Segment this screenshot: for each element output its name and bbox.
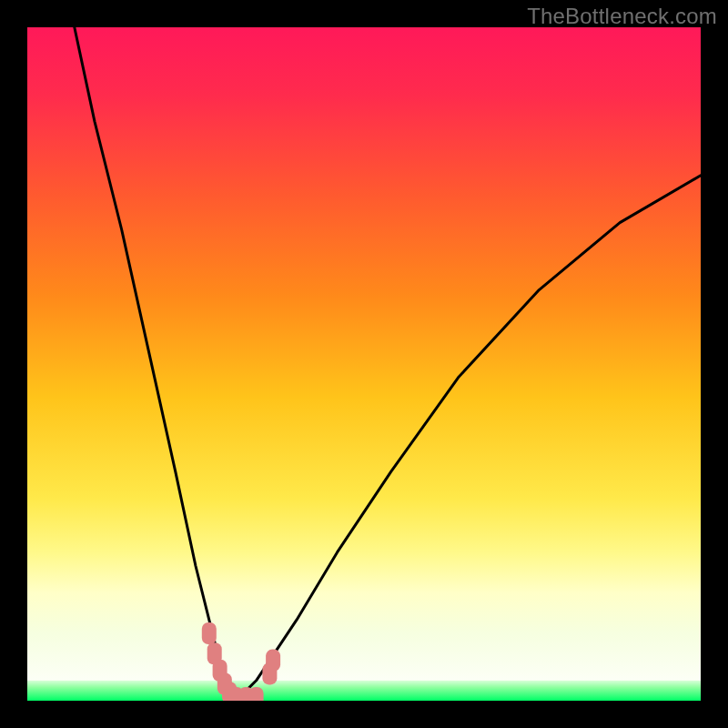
bands-layer: [27, 681, 701, 701]
band-green-band: [27, 681, 701, 701]
chart-plot-area: [27, 27, 701, 701]
marker-point: [202, 622, 217, 644]
gradient-background: [27, 27, 701, 701]
outer-frame: TheBottleneck.com: [0, 0, 728, 728]
marker-point: [249, 687, 264, 701]
marker-point: [266, 650, 280, 672]
watermark-text: TheBottleneck.com: [527, 4, 717, 29]
chart-svg: [27, 27, 701, 701]
